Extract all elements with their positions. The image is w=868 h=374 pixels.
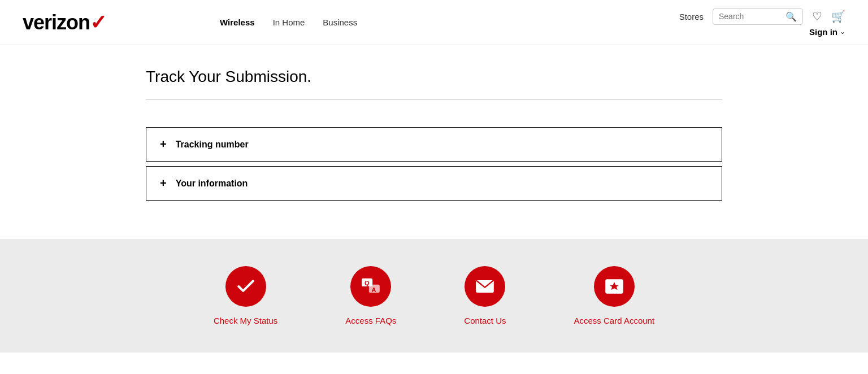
sign-in-row: Sign in ⌄: [809, 27, 845, 37]
site-footer: Check My Status Q A Access FAQs: [0, 239, 868, 353]
faq-icon: Q A: [360, 276, 381, 297]
footer-access-faqs[interactable]: Q A Access FAQs: [345, 266, 396, 325]
tracking-number-header[interactable]: + Tracking number: [146, 128, 722, 161]
your-information-label: Your information: [176, 179, 248, 189]
card-icon-circle: [594, 266, 635, 307]
logo-checkmark: ✓: [90, 11, 107, 34]
main-nav: Wireless In Home Business: [220, 18, 357, 27]
contact-us-label: Contact Us: [464, 316, 506, 325]
search-box[interactable]: 🔍: [713, 8, 803, 25]
svg-text:A: A: [372, 286, 376, 293]
your-information-header[interactable]: + Your information: [146, 167, 722, 200]
svg-text:Q: Q: [364, 280, 370, 286]
section-divider: [146, 99, 722, 100]
faqs-icon-circle: Q A: [350, 266, 391, 307]
tracking-number-expand-icon: +: [160, 138, 167, 151]
header-right-column: Stores 🔍 ♡ 🛒 Sign in ⌄: [679, 8, 845, 37]
logo-text: verizon: [23, 11, 90, 34]
checkmark-icon: [235, 276, 257, 297]
header-left: verizon✓ Wireless In Home Business: [23, 11, 357, 34]
card-star-icon: [604, 276, 625, 297]
footer-access-card[interactable]: Access Card Account: [574, 266, 655, 325]
verizon-logo[interactable]: verizon✓: [23, 11, 107, 34]
search-icon: 🔍: [785, 11, 797, 22]
check-status-label: Check My Status: [214, 316, 277, 325]
check-status-icon-circle: [225, 266, 266, 307]
nav-business[interactable]: Business: [323, 18, 357, 27]
header-top-row: Stores 🔍 ♡ 🛒: [679, 8, 845, 25]
access-card-label: Access Card Account: [574, 316, 655, 325]
site-header: verizon✓ Wireless In Home Business Store…: [0, 0, 868, 45]
cart-icon[interactable]: 🛒: [831, 10, 845, 23]
footer-check-status[interactable]: Check My Status: [214, 266, 277, 325]
tracking-number-label: Tracking number: [176, 140, 249, 150]
nav-wireless[interactable]: Wireless: [220, 18, 255, 27]
search-input[interactable]: [719, 12, 782, 21]
access-faqs-label: Access FAQs: [345, 316, 396, 325]
envelope-icon: [474, 276, 496, 297]
wishlist-icon[interactable]: ♡: [812, 10, 822, 23]
sign-in-button[interactable]: Sign in: [809, 27, 837, 37]
tracking-number-accordion[interactable]: + Tracking number: [146, 127, 722, 162]
page-title: Track Your Submission.: [146, 68, 722, 86]
your-information-accordion[interactable]: + Your information: [146, 166, 722, 201]
contact-icon-circle: [465, 266, 505, 307]
footer-icons-row: Check My Status Q A Access FAQs: [23, 266, 845, 325]
nav-in-home[interactable]: In Home: [273, 18, 305, 27]
main-content: Track Your Submission. + Tracking number…: [123, 45, 745, 239]
footer-contact-us[interactable]: Contact Us: [464, 266, 506, 325]
your-information-expand-icon: +: [160, 177, 167, 190]
stores-link[interactable]: Stores: [679, 12, 704, 21]
sign-in-chevron-icon: ⌄: [840, 28, 845, 36]
